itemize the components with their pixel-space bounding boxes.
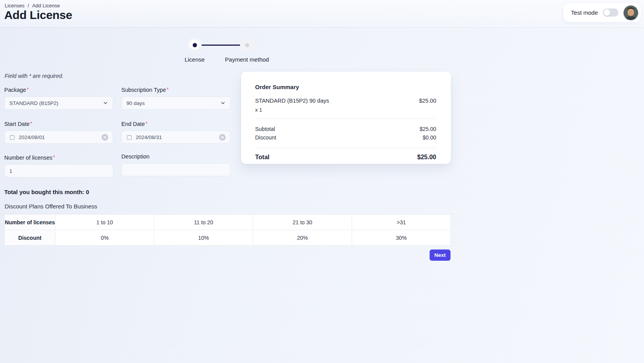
header-user-panel: Test mode: [563, 3, 641, 22]
end-date-input[interactable]: 2024/08/31: [121, 131, 231, 144]
end-date-value: 2024/08/31: [136, 134, 162, 140]
number-of-licenses-field: Number of licenses*: [4, 155, 113, 177]
step-payment-method: Payment method: [240, 38, 254, 52]
breadcrumb-current: Add License: [32, 3, 60, 9]
start-date-field: Start Date* 2024/08/01: [4, 121, 113, 144]
table-row: Number of licenses 1 to 10 11 to 20 21 t…: [5, 215, 451, 230]
end-date-field: End Date* 2024/08/31: [121, 121, 231, 144]
subscription-type-field: Subscription Type* 90 days: [121, 87, 231, 110]
order-item-name: STANDARD (B15P2) 90 days: [255, 98, 329, 104]
clear-start-date-button[interactable]: [102, 134, 108, 141]
subtotal-value: $25.00: [420, 125, 436, 133]
package-field: Package* STANDARD (B15P2): [4, 87, 113, 110]
required-marker: *: [167, 87, 169, 92]
step-payment-label: Payment method: [225, 56, 269, 63]
table-row: Discount 0% 10% 20% 30%: [5, 230, 451, 246]
step-license-label: License: [185, 56, 205, 63]
step-inactive-dot-icon: [245, 43, 249, 47]
step-payment-indicator[interactable]: [240, 38, 254, 52]
package-select[interactable]: STANDARD (B15P2): [4, 96, 113, 110]
total-bought-note: Total you bought this month: 0: [4, 189, 89, 195]
total-label: Total: [255, 154, 269, 161]
clear-end-date-button[interactable]: [219, 134, 226, 141]
row-header-cell: Number of licenses: [5, 215, 55, 230]
step-connector: [202, 45, 240, 46]
step-active-dot-icon: [193, 43, 197, 47]
table-cell: 30%: [352, 230, 451, 246]
order-summary-card: Order Summary STANDARD (B15P2) 90 days $…: [241, 72, 451, 164]
header-band: [0, 0, 644, 27]
breadcrumb-link-licenses[interactable]: Licenses: [5, 3, 24, 9]
chevron-down-icon: [220, 100, 226, 106]
description-input[interactable]: [126, 167, 226, 173]
calendar-icon: [9, 134, 15, 140]
divider: [255, 119, 436, 119]
start-date-value: 2024/08/01: [19, 134, 45, 140]
user-avatar[interactable]: [623, 5, 638, 20]
required-marker: *: [53, 155, 55, 160]
package-value: STANDARD (B15P2): [9, 100, 59, 106]
toggle-knob: [604, 9, 610, 16]
breadcrumb-separator: /: [28, 3, 29, 9]
breadcrumb: Licenses / Add License: [5, 3, 60, 9]
table-cell: 11 to 20: [154, 215, 253, 230]
number-of-licenses-input[interactable]: [9, 168, 108, 174]
subscription-type-label: Subscription Type*: [121, 87, 231, 93]
step-license: License: [188, 38, 202, 52]
required-marker: *: [145, 121, 147, 126]
discount-plans-caption: Discount Plans Offered To Business: [5, 203, 97, 210]
table-cell: 20%: [253, 230, 352, 246]
test-mode-label: Test mode: [571, 9, 598, 16]
step-license-indicator[interactable]: [188, 38, 202, 52]
start-date-label: Start Date*: [4, 121, 113, 127]
subscription-type-value: 90 days: [126, 100, 145, 106]
required-note: Field with * are required.: [5, 73, 64, 79]
table-cell: 0%: [55, 230, 154, 246]
clear-circle-icon: [103, 136, 107, 139]
order-item-price: $25.00: [419, 98, 436, 104]
calendar-icon: [126, 134, 132, 140]
total-value: $25.00: [417, 154, 436, 161]
stepper: License Payment method: [188, 38, 254, 52]
end-date-label: End Date*: [121, 121, 231, 127]
table-cell: 1 to 10: [55, 215, 154, 230]
row-header-cell: Discount: [5, 230, 55, 246]
subtotal-label: Subtotal: [255, 125, 275, 133]
order-summary-title: Order Summary: [255, 84, 436, 90]
table-cell: 21 to 30: [253, 215, 352, 230]
required-marker: *: [27, 87, 29, 92]
test-mode-toggle[interactable]: [603, 9, 618, 17]
chevron-down-icon: [103, 100, 108, 106]
description-field: Description: [121, 153, 231, 176]
subscription-type-select[interactable]: 90 days: [121, 96, 231, 110]
divider: [255, 148, 436, 148]
discount-label: Discount: [255, 133, 276, 142]
description-label: Description: [121, 153, 231, 160]
page-title: Add License: [4, 9, 72, 22]
table-cell: 10%: [154, 230, 253, 246]
avatar-image: [623, 5, 638, 20]
discount-value: $0.00: [423, 133, 436, 142]
table-cell: >31: [352, 215, 451, 230]
required-marker: *: [30, 121, 32, 126]
number-of-licenses-label: Number of licenses*: [4, 155, 113, 161]
discount-plans-table: Number of licenses 1 to 10 11 to 20 21 t…: [4, 214, 451, 246]
clear-circle-icon: [221, 136, 224, 139]
start-date-input[interactable]: 2024/08/01: [4, 131, 113, 144]
package-label: Package*: [4, 87, 113, 93]
next-button[interactable]: Next: [430, 249, 451, 261]
order-item-quantity: x 1: [255, 107, 436, 113]
